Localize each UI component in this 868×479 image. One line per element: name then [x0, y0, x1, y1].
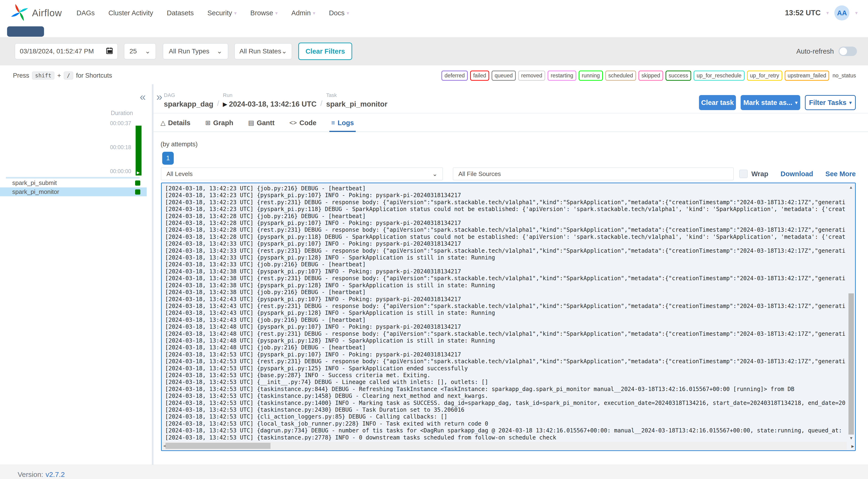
duration-bar[interactable]: ▶ [135, 126, 142, 175]
log-line: [2024-03-18, 13:42:23 UTC] {job.py:216} … [165, 185, 845, 192]
legend-badge-running[interactable]: running [579, 71, 603, 81]
chevron-down-icon: ▾ [313, 10, 315, 15]
log-line: [2024-03-18, 13:42:53 UTC] {taskinstance… [165, 393, 845, 400]
log-line: [2024-03-18, 13:42:53 UTC] {cli_action_l… [165, 413, 845, 420]
wrap-checkbox[interactable] [739, 170, 748, 178]
clear-task-button[interactable]: Clear task [699, 95, 736, 110]
filter-tasks-button[interactable]: Filter Tasks ▾ [805, 95, 856, 110]
chevron-down-icon: ▾ [275, 10, 278, 15]
legend-badge-skipped[interactable]: skipped [639, 71, 663, 81]
run-types-select[interactable]: All Run Types ⌄ [163, 43, 228, 59]
chevron-down-icon: ⌄ [432, 171, 437, 177]
legend-badge-up_for_reschedule[interactable]: up_for_reschedule [693, 71, 745, 81]
expand-panel-icon[interactable]: » [156, 91, 162, 102]
log-lines: [2024-03-18, 13:42:23 UTC] {job.py:216} … [165, 185, 845, 440]
vertical-scrollbar-thumb[interactable] [848, 293, 854, 435]
tab-label: Logs [338, 119, 354, 127]
base-date-input[interactable]: 03/18/2024, 01:52:47 PM [15, 43, 118, 59]
log-line: [2024-03-18, 13:42:38 UTC] {rest.py:231}… [165, 275, 845, 282]
wrap-toggle[interactable]: Wrap [739, 170, 768, 178]
tab-gantt[interactable]: ▤ Gantt [248, 114, 275, 131]
task-row-spark_pi_submit[interactable]: spark_pi_submit [0, 179, 147, 188]
log-line: [2024-03-18, 13:42:53 UTC] {dagrun.py:73… [165, 427, 845, 434]
log-line: [2024-03-18, 13:42:23 UTC] {rest.py:231}… [165, 199, 845, 206]
nav-item-dags[interactable]: DAGs ▾ [76, 9, 95, 17]
brand[interactable]: Airflow [10, 3, 62, 23]
see-more-link[interactable]: See More [826, 170, 856, 178]
legend-badge-restarting[interactable]: restarting [548, 71, 576, 81]
download-link[interactable]: Download [781, 170, 813, 178]
legend-badge-queued[interactable]: queued [492, 71, 516, 81]
task-row-spark_pi_monitor[interactable]: spark_pi_monitor [0, 188, 147, 196]
breadcrumb-separator: / [217, 99, 219, 108]
tab-logs[interactable]: ≡ Logs [331, 114, 354, 131]
tab-graph[interactable]: ⊞ Graph [205, 114, 233, 131]
log-line: [2024-03-18, 13:42:33 UTC] {rest.py:231}… [165, 248, 845, 254]
nav-item-admin[interactable]: Admin ▾ [291, 9, 315, 17]
legend-badge-scheduled[interactable]: scheduled [605, 71, 636, 81]
scroll-right-icon[interactable]: ▶ [851, 444, 854, 448]
page-size-select[interactable]: 25 ⌄ [124, 43, 156, 59]
scroll-up-icon[interactable]: ▲ [849, 185, 853, 190]
mark-state-button[interactable]: Mark state as... ▾ [741, 95, 800, 110]
log-line: [2024-03-18, 13:42:43 UTC] {job.py:216} … [165, 317, 845, 323]
breadcrumb: DAG sparkapp_dag / Run ▶ 2024-03-18, 13:… [164, 92, 388, 108]
avatar[interactable]: AA [834, 5, 849, 21]
clock[interactable]: 13:52 UTC [785, 9, 821, 17]
breadcrumb-run[interactable]: Run ▶ 2024-03-18, 13:42:16 UTC [223, 92, 317, 108]
legend-badge-up_for_retry[interactable]: up_for_retry [747, 71, 782, 81]
shortcuts-hint: Press shift + / for Shortcuts [13, 71, 112, 79]
clear-filters-button[interactable]: Clear Filters [298, 42, 352, 60]
legend-badge-failed[interactable]: failed [470, 71, 489, 81]
task-status-square[interactable] [135, 181, 140, 186]
log-line: [2024-03-18, 13:42:53 UTC] {__init__.py:… [165, 379, 845, 386]
file-sources-select[interactable]: All File Sources [453, 167, 734, 180]
run-play-icon: ▶ [223, 101, 227, 107]
tab-code[interactable]: <> Code [289, 114, 316, 131]
log-output-box: [2024-03-18, 13:42:23 UTC] {job.py:216} … [161, 183, 856, 451]
wrap-label: Wrap [751, 170, 768, 178]
log-line: [2024-03-18, 13:42:53 UTC] {taskinstance… [165, 407, 845, 413]
version-link[interactable]: v2.7.2 [45, 471, 65, 479]
task-sidebar: « Duration 00:00:37 00:00:18 00:00:00 ▶ … [0, 84, 152, 465]
log-line: [2024-03-18, 13:42:28 UTC] {pyspark_pi.p… [165, 234, 845, 241]
log-levels-select[interactable]: All Levels ⌄ [161, 167, 443, 180]
shift-key: shift [32, 71, 54, 79]
tab-details[interactable]: △ Details [160, 114, 190, 131]
chevron-down-icon: ⌄ [145, 48, 150, 55]
run-states-select[interactable]: All Run States ⌄ [235, 43, 292, 59]
panel-divider[interactable] [152, 84, 154, 465]
tab-label: Code [300, 119, 317, 127]
nav-item-security[interactable]: Security ▾ [208, 9, 237, 17]
breadcrumb-dag[interactable]: DAG sparkapp_dag [164, 92, 213, 108]
base-date-value: 03/18/2024, 01:52:47 PM [20, 47, 94, 55]
status-legend: deferred failed queued removed restartin… [441, 71, 857, 81]
nav-item-datasets[interactable]: Datasets ▾ [167, 9, 194, 17]
breadcrumb-task[interactable]: Task spark_pi_monitor [326, 92, 387, 108]
legend-badge-removed[interactable]: removed [518, 71, 545, 81]
slash-key: / [64, 71, 73, 79]
nav-item-cluster-activity[interactable]: Cluster Activity ▾ [108, 9, 153, 17]
collapse-sidebar-icon[interactable]: « [140, 91, 146, 102]
tab-label: Graph [213, 119, 233, 127]
legend-badge-success[interactable]: success [665, 71, 691, 81]
horizontal-scrollbar-thumb[interactable] [165, 443, 271, 449]
auto-refresh-toggle[interactable] [839, 46, 857, 56]
task-status-square[interactable] [135, 189, 140, 195]
log-line: [2024-03-18, 13:42:33 UTC] {pyspark_pi.p… [165, 241, 845, 247]
log-line: [2024-03-18, 13:42:53 UTC] {pyspark_pi.p… [165, 365, 845, 372]
legend-badge-upstream_failed[interactable]: upstream_failed [785, 71, 829, 81]
clock-chevron-down-icon[interactable]: ▾ [826, 10, 829, 16]
scroll-down-icon[interactable]: ▼ [849, 436, 853, 441]
horizontal-scrollbar-track[interactable]: ◀ [162, 442, 847, 450]
nav-item-docs[interactable]: Docs ▾ [329, 9, 349, 17]
attempt-1-button[interactable]: 1 [162, 152, 174, 165]
user-chevron-down-icon[interactable]: ▾ [855, 10, 858, 16]
nav-item-browse[interactable]: Browse ▾ [250, 9, 278, 17]
calendar-icon[interactable] [106, 47, 113, 56]
log-line: [2024-03-18, 13:42:23 UTC] {pyspark_pi.p… [165, 206, 845, 213]
legend-badge-deferred[interactable]: deferred [441, 71, 468, 81]
legend-badge-no_status[interactable]: no_status [832, 71, 857, 80]
tab-icon: △ [160, 119, 165, 127]
grid-view-button-partial[interactable] [7, 26, 44, 37]
